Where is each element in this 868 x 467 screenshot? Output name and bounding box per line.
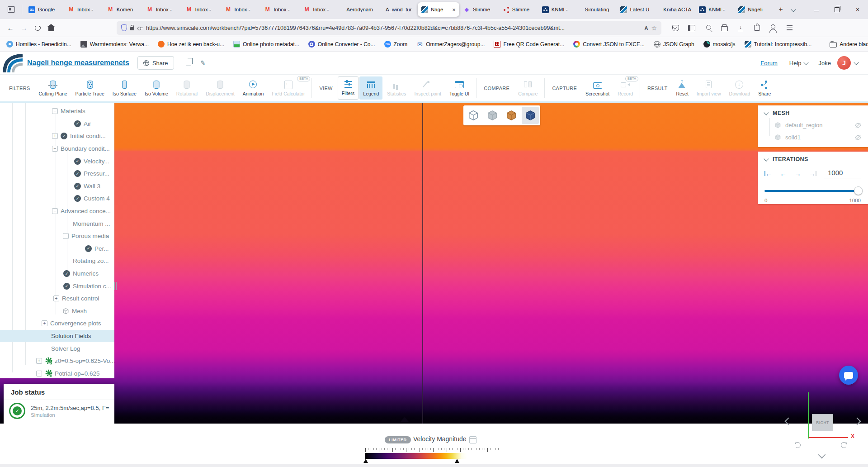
slider-handle[interactable] [854,186,863,195]
browser-tab[interactable]: Inbox - [143,2,182,17]
tree-item[interactable]: ✓ Numerics [0,267,114,280]
browser-tab[interactable]: Google [25,2,64,17]
bookmark-item[interactable]: Homilies - Benedictin... [6,41,71,48]
avatar[interactable]: J [837,56,851,70]
job-status-item[interactable]: ✓ 25m, 2.2m:5m/sec,ap=8.5, F=7... Simula… [4,400,114,422]
tree-item[interactable]: ✓ Wall 3 [0,180,114,193]
share-project-button[interactable]: Share [137,56,174,70]
window-restore-button[interactable] [826,0,847,19]
project-title-link[interactable]: Nageli henge measuremenets [27,59,129,67]
expander-icon[interactable]: − [36,371,42,376]
bookmark-star-icon[interactable]: ☆ [651,24,657,32]
tree-item[interactable]: ✓ Pressur... [0,167,114,180]
visibility-off-icon[interactable] [854,122,862,129]
toolbar-button[interactable]: Rotational [173,76,201,100]
toolbar-button[interactable]: Iso Volume [141,76,172,100]
translate-icon[interactable]: A [644,25,648,31]
window-close-button[interactable]: × [847,0,868,19]
browser-tab[interactable]: Slimme [499,2,538,17]
rotate-ccw-icon[interactable] [795,442,801,448]
view-wireframe-button[interactable] [465,107,482,124]
forum-link[interactable]: Forum [760,60,778,67]
tree-item[interactable]: − ✓ Boundary condit... [0,143,114,155]
tree-item[interactable]: − ✓ Porous media [0,230,114,243]
tree-item[interactable]: + ✓ z0=0.5-op=0.625-Vo... [0,355,114,367]
tree-item[interactable]: ✓ Velocity... [0,155,114,167]
toolbar-button[interactable]: Iso Surface [109,76,140,100]
toolbar-button[interactable]: Filters [338,76,359,100]
browser-tab[interactable]: Simulating [578,2,617,17]
first-iteration-button[interactable]: ← [764,170,772,177]
tree-item[interactable]: + ✓ Convergence plots [0,317,114,330]
browser-tab[interactable]: Nageli [735,2,774,17]
toolbar-button[interactable]: Particle Trace [72,76,108,100]
account-chevron-down-icon[interactable] [854,60,859,65]
toolbar-button[interactable]: Reset [672,76,692,100]
window-minimize-button[interactable] [806,0,826,19]
view-surface-button[interactable] [484,107,501,124]
chat-support-button[interactable] [839,366,858,385]
visibility-off-icon[interactable] [854,134,862,141]
toolbar-button[interactable]: Toggle UI [446,76,473,100]
browser-tab[interactable]: Inbox - [64,2,103,17]
browser-tab[interactable]: Nage × [418,2,459,17]
expander-icon[interactable]: + [53,295,59,301]
browser-tab[interactable]: Slimme [460,2,499,17]
iteration-value-input[interactable]: 1000 [824,169,861,178]
view-cube[interactable]: RIGHT [812,414,833,431]
toolbar-button[interactable]: Compare [514,76,541,100]
browser-tab[interactable]: A_wind_tur [378,2,417,17]
rotate-cw-icon[interactable] [841,442,847,448]
back-button[interactable]: ← [4,22,17,34]
toolbar-button[interactable]: Inspect point [410,76,445,100]
tree-item[interactable]: ✓ Solution Fields [0,330,114,343]
previous-iteration-button[interactable]: ← [780,170,787,177]
view-field-button[interactable] [522,107,539,124]
tree-item[interactable]: − ✓ Materials [0,105,114,118]
sidebar-icon[interactable] [686,22,698,34]
save-to-pocket-icon[interactable] [670,22,681,34]
bookmark-item[interactable]: Tutorial: Incompressib... [745,41,812,48]
toolbar-button[interactable]: Import view [693,76,725,100]
toolbar-button[interactable]: Legend [359,76,382,100]
browser-tab[interactable]: Latest U [617,2,656,17]
tree-item[interactable]: ✓ Simulation c... [0,280,114,292]
permissions-icon[interactable] [137,26,143,30]
tree-item[interactable]: ✓ Rotating zo... [0,255,114,267]
expander-icon[interactable]: − [52,108,58,114]
toolbar-button[interactable]: Animation [239,76,268,100]
browser-tab[interactable]: KNMI - [695,2,734,17]
list-all-tabs-button[interactable] [788,4,799,15]
downloads-icon[interactable] [735,22,746,34]
browser-tab[interactable]: Komen [104,2,142,17]
iterations-panel-header[interactable]: ITERATIONS [758,152,868,165]
toolbar-button[interactable]: Download [726,76,754,100]
colorbar-min-marker[interactable] [363,459,368,463]
search-icon[interactable] [702,22,714,34]
toolbar-button[interactable]: Cutting Plane [35,76,71,100]
home-button[interactable] [44,22,58,34]
tree-item[interactable]: ✓ Mesh [0,305,114,318]
bookmark-item[interactable]: Warmtemolens: Verwa... [80,41,149,48]
legend-colorbar[interactable] [365,453,501,459]
mesh-region-row[interactable]: default_region [758,119,868,131]
expander-icon[interactable]: + [36,358,42,364]
tree-item[interactable]: ✓ Solver Log [0,342,114,355]
bookmark-item[interactable]: Free QR Code Generat... [494,41,564,48]
new-tab-button[interactable]: + [775,4,787,15]
browser-tab[interactable]: Kniha ACTA [656,2,695,17]
bookmark-item[interactable]: Hoe zet ik een back-u... [158,41,224,48]
browser-tab[interactable]: Inbox - [260,2,299,17]
duplicate-icon[interactable] [186,60,191,66]
other-bookmarks-folder[interactable]: Andere bladwijzers [830,41,868,48]
forward-button[interactable]: → [17,22,31,34]
lock-icon[interactable] [130,27,134,30]
tree-item[interactable]: + ✓ Result control [0,292,114,305]
browser-tab[interactable]: Inbox - [300,2,339,17]
mesh-region-row[interactable]: solid1 [758,131,868,143]
browser-tab[interactable]: Aerodynam [339,2,378,17]
mesh-panel-header[interactable]: MESH [758,105,868,119]
viewport[interactable]: MESH default_region solid1 [0,103,868,467]
firefox-view-button[interactable] [5,4,18,15]
reload-button[interactable] [31,22,44,34]
